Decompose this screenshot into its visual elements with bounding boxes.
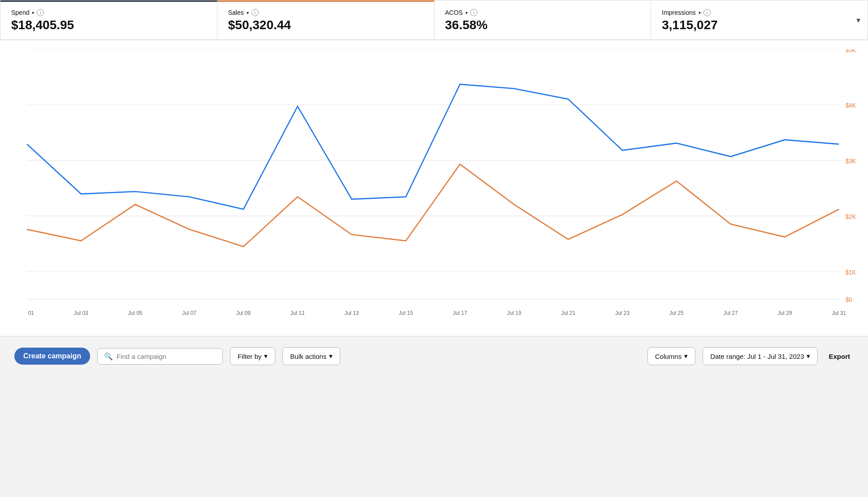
metric-spend-label: Spend ▾ i [11, 9, 206, 16]
svg-text:Jul 01: Jul 01 [27, 310, 34, 316]
date-range-chevron-icon: ▾ [807, 352, 810, 360]
chart-svg: $0 $200 $400 $600 $800 $1K $0 $1K $2K $3… [27, 49, 859, 327]
metric-acos: ACOS ▾ i 36.58% [434, 0, 651, 39]
search-input[interactable] [117, 353, 206, 360]
metric-sales: Sales ▾ i $50,320.44 [217, 0, 434, 39]
svg-text:Jul 15: Jul 15 [399, 310, 413, 316]
metric-sales-label: Sales ▾ i [228, 9, 423, 16]
columns-button[interactable]: Columns ▾ [647, 347, 695, 365]
bulk-actions-button[interactable]: Bulk actions ▾ [282, 347, 340, 365]
metric-impressions-value: 3,115,027 [662, 18, 857, 32]
svg-text:Jul 31: Jul 31 [832, 310, 846, 316]
impressions-dropdown-icon[interactable]: ▾ [699, 10, 701, 15]
metric-acos-value: 36.58% [445, 18, 640, 32]
bulk-actions-label: Bulk actions [290, 353, 326, 360]
create-campaign-button[interactable]: Create campaign [14, 348, 90, 365]
columns-label: Columns [655, 353, 681, 360]
toolbar: Create campaign 🔍 Filter by ▾ Bulk actio… [0, 336, 868, 376]
svg-text:Jul 19: Jul 19 [507, 310, 521, 316]
search-box[interactable]: 🔍 [97, 348, 223, 365]
acos-dropdown-icon[interactable]: ▾ [465, 10, 468, 15]
metric-sales-value: $50,320.44 [228, 18, 423, 32]
main-container: Spend ▾ i $18,405.95 Sales ▾ i $50,320.4… [0, 0, 868, 376]
svg-text:$0: $0 [846, 296, 852, 303]
date-range-label: Date range: Jul 1 - Jul 31, 2023 [710, 353, 804, 360]
svg-text:Jul 07: Jul 07 [182, 310, 196, 316]
metric-spend-value: $18,405.95 [11, 18, 206, 32]
metric-acos-label: ACOS ▾ i [445, 9, 640, 16]
svg-text:$5K: $5K [846, 49, 856, 54]
search-icon: 🔍 [104, 352, 113, 361]
metric-sales-text: Sales [228, 9, 244, 16]
svg-text:Jul 25: Jul 25 [669, 310, 684, 316]
svg-text:Jul 27: Jul 27 [724, 310, 738, 316]
chart-container: $0 $200 $400 $600 $800 $1K $0 $1K $2K $3… [0, 40, 868, 336]
metric-impressions-text: Impressions [662, 9, 695, 16]
date-range-button[interactable]: Date range: Jul 1 - Jul 31, 2023 ▾ [703, 347, 818, 365]
orange-sales-line [27, 164, 839, 247]
svg-text:$2K: $2K [846, 213, 856, 220]
acos-info-icon[interactable]: i [470, 9, 477, 16]
impressions-info-icon[interactable]: i [703, 9, 711, 16]
blue-spend-line [27, 84, 839, 209]
metric-acos-text: ACOS [445, 9, 463, 16]
metric-impressions-label: Impressions ▾ i [662, 9, 857, 16]
metrics-bar: Spend ▾ i $18,405.95 Sales ▾ i $50,320.4… [0, 0, 868, 40]
filter-by-chevron-icon: ▾ [264, 352, 268, 360]
sales-info-icon[interactable]: i [252, 9, 259, 16]
columns-chevron-icon: ▾ [684, 352, 688, 360]
svg-text:Jul 23: Jul 23 [615, 310, 629, 316]
svg-text:Jul 05: Jul 05 [128, 310, 143, 316]
svg-text:Jul 17: Jul 17 [453, 310, 467, 316]
svg-text:Jul 09: Jul 09 [236, 310, 251, 316]
svg-text:Jul 13: Jul 13 [344, 310, 359, 316]
svg-text:Jul 21: Jul 21 [561, 310, 575, 316]
metric-spend: Spend ▾ i $18,405.95 [0, 0, 217, 39]
svg-text:Jul 29: Jul 29 [777, 310, 792, 316]
metric-impressions: Impressions ▾ i 3,115,027 [651, 0, 868, 39]
svg-text:$3K: $3K [846, 158, 856, 165]
svg-text:$4K: $4K [846, 102, 856, 109]
sales-dropdown-icon[interactable]: ▾ [247, 10, 249, 15]
svg-text:$1K: $1K [846, 269, 856, 275]
svg-text:Jul 03: Jul 03 [74, 310, 88, 316]
spend-info-icon[interactable]: i [37, 9, 44, 16]
spend-dropdown-icon[interactable]: ▾ [32, 10, 34, 15]
export-button[interactable]: Export [825, 348, 854, 365]
filter-by-label: Filter by [238, 353, 261, 360]
metric-spend-text: Spend [11, 9, 29, 16]
bulk-actions-chevron-icon: ▾ [329, 352, 333, 360]
svg-text:Jul 11: Jul 11 [291, 310, 305, 316]
filter-by-button[interactable]: Filter by ▾ [230, 347, 275, 365]
metrics-expand-button[interactable]: ▾ [856, 15, 860, 25]
